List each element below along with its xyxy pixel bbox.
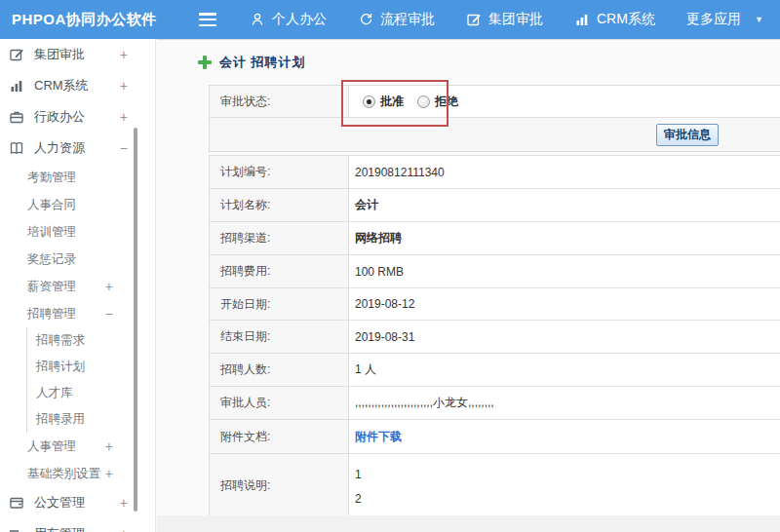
detail-row: 招聘说明:12 [210,453,780,516]
detail-row: 开始日期:2019-08-12 [210,287,780,320]
field-value-line: 1 [355,463,362,487]
sidebar-item-奖惩记录[interactable]: 奖惩记录 [0,246,155,273]
approval-status-label: 审批状态: [210,86,349,117]
top-nav-menu: 个人办公流程审批集团审批CRM系统更多应用▼ [234,0,779,39]
sidebar-item-行政办公[interactable]: 行政办公+ [0,101,155,133]
field-value-text: 2019-08-12 [355,297,414,311]
sidebar-item-基础类别设置[interactable]: 基础类别设置+ [0,460,155,487]
sidebar-item-人事管理[interactable]: 人事管理+ [0,433,155,460]
radio-批准-selected[interactable] [363,95,375,108]
field-value-text: 网络招聘 [355,230,402,247]
sidebar-item-用车管理[interactable]: 用车管理+ [0,518,155,532]
approval-info-button[interactable]: 审批信息 [656,124,719,146]
page-title-text: 会计 招聘计划 [219,54,306,71]
expand-toggle-icon[interactable]: + [120,109,128,125]
approval-button-row: 审批信息 [210,117,780,151]
radio-label: 批准 [380,94,404,110]
nav-item-集团审批[interactable]: 集团审批 [450,0,559,39]
nav-item-label: 流程审批 [380,11,435,28]
sidebar-item-label: CRM系统 [34,77,89,95]
edit-square-icon [466,12,482,27]
expand-toggle-icon[interactable]: + [120,526,128,532]
field-label: 审批人员: [210,387,349,419]
detail-row: 计划编号:20190812111340 [210,156,780,188]
field-value-text: ,,,,,,,,,,,,,,,,,,,,,,,,小龙女,,,,,,,, [355,395,494,411]
expand-toggle-icon[interactable]: + [120,78,128,94]
approval-status-row: 审批状态: 批准拒绝 [210,86,780,117]
nav-item-label: 更多应用 [686,11,741,28]
field-value: ,,,,,,,,,,,,,,,,,,,,,,,,小龙女,,,,,,,, [349,387,780,419]
detail-row: 招聘费用:100 RMB [210,254,780,287]
field-value: 20190812111340 [349,156,780,188]
user-icon [250,12,265,27]
bar-chart-icon [9,78,25,94]
field-label: 附件文档: [210,420,349,453]
field-value: 1 人 [349,354,780,386]
field-label: 计划编号: [210,156,349,188]
menu-toggle-button[interactable] [199,13,216,26]
attachment-download-link[interactable]: 附件下载 [355,429,402,445]
sidebar-menu: 集团审批+CRM系统+行政办公+人力资源−考勤管理人事合同培训管理奖惩记录薪资管… [0,39,155,532]
sidebar-item-label: 人事合同 [27,197,76,213]
expand-toggle-icon[interactable]: + [105,466,113,481]
sidebar-item-CRM系统[interactable]: CRM系统+ [0,70,155,101]
expand-toggle-icon[interactable]: + [120,47,128,62]
truck-icon [9,526,25,532]
field-value-text: 1 人 [355,361,376,378]
phpoa-app-window: PHPOA协同办公软件 个人办公流程审批集团审批CRM系统更多应用▼ 集团审批+… [0,0,780,532]
document-icon [9,495,25,511]
field-value: 附件下载 [349,420,780,453]
field-value: 会计 [349,189,780,221]
sidebar-item-公文管理[interactable]: 公文管理+ [0,487,155,518]
page-title: 会计 招聘计划 [198,54,306,71]
sidebar: 集团审批+CRM系统+行政办公+人力资源−考勤管理人事合同培训管理奖惩记录薪资管… [0,39,156,532]
detail-row: 结束日期:2019-08-31 [210,320,780,353]
expand-toggle-icon[interactable]: + [120,495,128,511]
expand-toggle-icon[interactable]: + [105,438,113,454]
radio-label: 拒绝 [435,94,458,110]
field-label: 招聘费用: [210,255,349,287]
field-label: 结束日期: [210,321,349,353]
sidebar-item-培训管理[interactable]: 培训管理 [0,218,155,246]
sidebar-item-label: 招聘计划 [36,359,85,375]
nav-item-label: 集团审批 [488,11,543,28]
expand-toggle-icon[interactable]: + [105,279,113,294]
detail-row: 审批人员:,,,,,,,,,,,,,,,,,,,,,,,,小龙女,,,,,,,, [210,386,780,419]
approval-form: 审批状态: 批准拒绝 审批信息 [209,85,780,152]
book-icon [9,140,25,156]
nav-item-个人办公[interactable]: 个人办公 [234,0,342,39]
nav-item-流程审批[interactable]: 流程审批 [342,0,450,39]
sidebar-item-集团审批[interactable]: 集团审批+ [0,39,155,70]
detail-row: 招聘渠道:网络招聘 [210,221,780,254]
field-label: 招聘人数: [210,354,349,386]
field-label: 计划名称: [210,189,349,221]
sidebar-item-人事合同[interactable]: 人事合同 [0,191,155,218]
process-icon [358,12,373,27]
sidebar-item-label: 招聘管理 [27,306,76,323]
nav-item-CRM系统[interactable]: CRM系统 [559,0,671,39]
sidebar-item-label: 考勤管理 [27,170,76,186]
nav-item-更多应用[interactable]: 更多应用▼ [671,0,779,39]
plus-icon [198,56,212,69]
field-value-text: 2019-08-31 [355,330,414,344]
detail-row: 附件文档:附件下载 [210,419,780,453]
sidebar-item-人力资源[interactable]: 人力资源− [0,133,155,164]
sidebar-item-label: 集团审批 [34,46,85,63]
sidebar-item-label: 人力资源 [34,139,85,157]
expand-toggle-icon[interactable]: − [120,140,128,156]
sidebar-item-label: 公文管理 [34,494,85,512]
radio-拒绝[interactable] [417,95,430,108]
field-value-text: 100 RMB [355,265,404,279]
field-value-line: 2 [355,487,362,512]
sidebar-item-薪资管理[interactable]: 薪资管理+ [0,273,155,300]
expand-toggle-icon[interactable]: − [105,306,113,322]
approval-radio-group: 批准拒绝 [355,94,472,110]
sidebar-item-label: 招聘录用 [36,411,85,428]
sidebar-item-考勤管理[interactable]: 考勤管理 [0,164,155,191]
sidebar-item-招聘管理[interactable]: 招聘管理− [0,300,155,327]
sidebar-scrollbar[interactable] [134,128,137,512]
field-value: 网络招聘 [349,222,780,254]
detail-row: 招聘人数:1 人 [210,353,780,386]
sidebar-item-label: 培训管理 [27,224,76,241]
sidebar-item-label: 招聘需求 [36,332,85,349]
